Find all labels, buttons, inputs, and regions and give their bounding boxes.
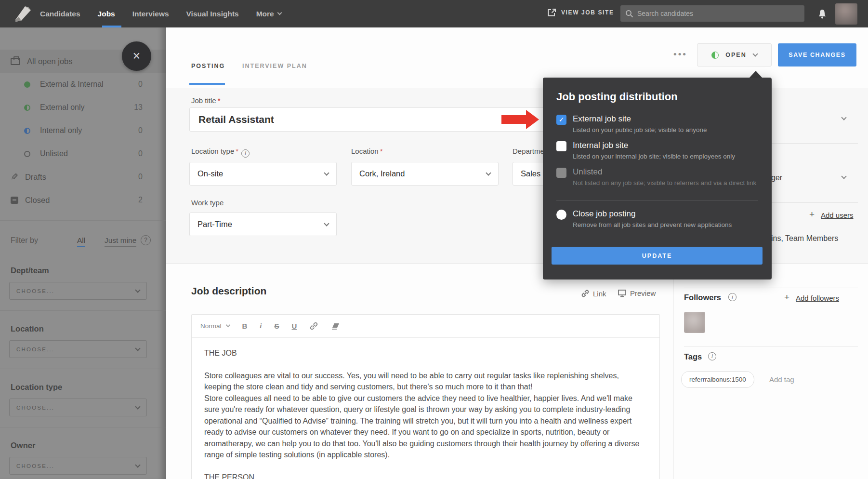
notifications-bell-icon[interactable] [814,6,830,22]
chevron-down-icon [135,404,140,409]
view-job-site-button[interactable]: VIEW JOB SITE [547,8,614,17]
closed-box-icon [11,197,18,204]
jobs-filter-sidebar: All open jobs 13 External & Internal 0 E… [0,27,166,479]
insert-link-icon[interactable] [309,321,318,331]
underline-button[interactable]: U [292,322,297,330]
checkbox-checked-icon[interactable]: ✓ [556,115,566,125]
preview-label: Preview [630,289,656,297]
option-internal-job-site[interactable]: Internal job site Listed on your interna… [556,141,759,160]
chevron-down-icon [324,170,329,175]
location-dropdown[interactable]: Cork, Ireland [351,162,499,186]
option-description: Listed on your internal job site; visibl… [573,153,735,160]
nav-interviews[interactable]: Interviews [132,10,169,18]
tab-posting[interactable]: POSTING [191,63,225,69]
clear-formatting-eraser-icon[interactable] [331,322,341,330]
divider [556,200,758,200]
location-type-dropdown[interactable]: On-site [189,162,337,186]
sidebar-item-external-internal[interactable]: External & Internal 0 [0,73,166,96]
text-style-dropdown[interactable]: Normal [200,322,230,330]
label-text: Location type [191,147,234,155]
divider [0,369,166,369]
checkbox-unchecked-icon[interactable] [556,141,566,151]
add-users-link[interactable]: Add users [821,211,854,219]
info-icon[interactable]: i [708,352,716,360]
editor-toolbar: Normal B i S U [192,315,659,338]
nav-jobs[interactable]: Jobs [98,10,115,18]
divider [684,346,858,346]
option-external-job-site[interactable]: ✓ External job site Listed on your publi… [556,114,759,133]
owner-value: CHOOSE... [16,463,54,469]
job-status-open-button[interactable]: OPEN [697,43,772,67]
label-text: Job title [191,96,216,105]
search-icon [625,10,633,18]
user-avatar[interactable] [835,3,857,25]
tab-interview-plan[interactable]: INTERVIEW PLAN [242,63,307,69]
job-description-text[interactable]: THE JOB Store colleagues are vital to ou… [192,338,659,479]
italic-button[interactable]: i [260,322,262,330]
text-style-value: Normal [200,322,222,330]
location-label: Location* [351,147,383,155]
green-half-dot-icon [24,105,30,111]
more-options-button[interactable]: ••• [673,49,687,60]
popover-title: Job posting distribution [556,91,678,103]
location-select[interactable]: CHOOSE... [9,340,147,358]
chevron-down-icon [135,346,140,351]
work-type-dropdown[interactable]: Part-Time [189,213,337,236]
close-sidebar-button[interactable]: × [122,41,151,71]
filter-all-toggle[interactable]: All [77,236,85,247]
strikethrough-button[interactable]: S [275,322,279,330]
preview-button[interactable]: Preview [618,289,656,297]
link-label: Link [593,290,606,298]
job-description-heading: Job description [191,285,266,297]
option-close-job-posting[interactable]: Close job posting Remove from all job si… [556,209,759,228]
briefcase-icon [11,58,20,65]
avatar-image [684,312,705,333]
owner-select[interactable]: CHOOSE... [9,457,147,475]
dept-team-select[interactable]: CHOOSE... [9,282,147,300]
location-type-heading: Location type [11,383,166,392]
save-changes-button[interactable]: SAVE CHANGES [778,43,856,67]
help-icon[interactable]: ? [141,235,151,245]
add-followers-link[interactable]: Add followers [796,294,839,302]
option-description: Listed on your public job site; visible … [573,126,707,133]
bold-button[interactable]: B [242,322,248,330]
label-text: Location [351,147,379,155]
sidebar-item-label: External only [40,103,85,112]
nav-visual-insights[interactable]: Visual Insights [186,10,239,18]
job-posting-distribution-popover: Job posting distribution ✓ External job … [543,78,772,279]
filter-just-mine-toggle[interactable]: Just mine [105,236,136,247]
nav-more[interactable]: More [256,10,281,18]
job-title-input[interactable] [189,107,544,132]
chevron-down-icon [277,11,282,15]
link-button[interactable]: Link [581,289,606,298]
popover-caret [750,71,762,78]
radio-icon[interactable] [556,210,566,220]
sidebar-item-drafts[interactable]: ✎ Drafts 0 [0,165,166,188]
tag-referral-bonus[interactable]: referrralbonus:1500 [681,371,754,388]
location-heading: Location [11,324,166,333]
nav-candidates[interactable]: Candidates [40,10,80,18]
sidebar-item-unlisted[interactable]: Unlisted 0 [0,142,166,165]
red-arrow-annotation [501,110,539,129]
dept-team-heading: Dept/team [11,266,166,275]
owner-heading: Owner [11,441,166,450]
search-input[interactable] [637,10,791,17]
update-button[interactable]: UPDATE [552,247,763,265]
chevron-down-icon [225,323,230,328]
follower-avatar[interactable] [684,312,705,333]
members-partial-text: ins, Team Members [771,234,838,243]
lever-logo[interactable] [13,5,32,23]
required-asterisk: * [218,96,221,105]
required-asterisk: * [380,147,383,155]
sidebar-item-external-only[interactable]: External only 13 [0,96,166,119]
location-type-select[interactable]: CHOOSE... [9,399,147,416]
add-tag-input[interactable]: Add tag [769,375,794,384]
sidebar-item-internal-only[interactable]: Internal only 0 [0,119,166,142]
job-description-editor: Normal B i S U THE JOB [191,314,660,479]
sidebar-item-count: 0 [138,173,143,181]
option-label: Close job posting [573,209,635,218]
sidebar-item-closed[interactable]: Closed 2 [0,188,166,212]
followers-heading: Followers [684,293,721,302]
info-icon[interactable]: i [728,293,736,301]
info-icon[interactable]: i [241,149,250,158]
